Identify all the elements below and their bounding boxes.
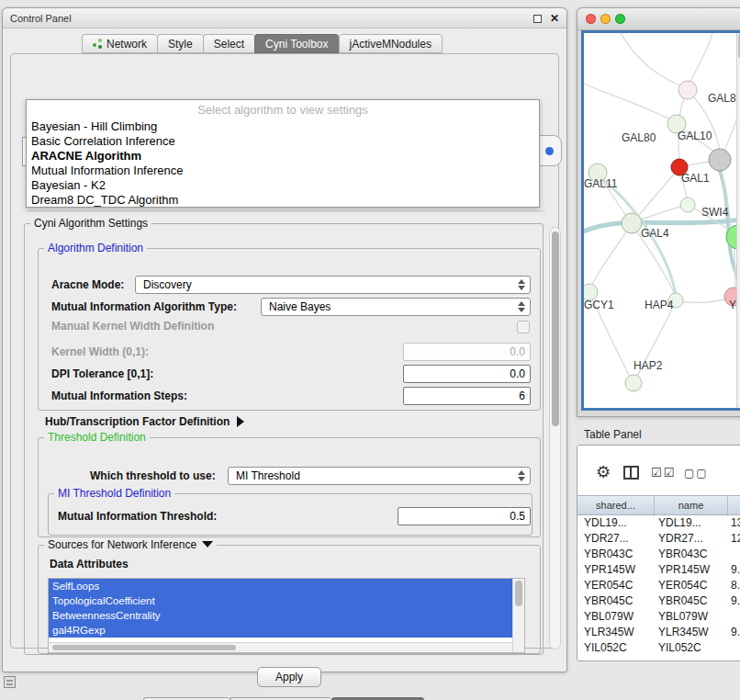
node-label-hap2: HAP2 xyxy=(633,359,663,372)
network-edge[interactable] xyxy=(584,84,676,122)
column-header-shared-name[interactable]: shared... xyxy=(577,496,655,516)
table-row[interactable]: YDL19...YDL19...13 xyxy=(577,515,740,531)
hub-definition-label: Hub/Transcription Factor Definition xyxy=(45,415,230,428)
minimized-panel-icon[interactable] xyxy=(4,676,16,688)
tab-select[interactable]: Select xyxy=(203,34,254,53)
mi-type-label: Mutual Information Algorithm Type: xyxy=(51,298,237,316)
attribute-item-betweennesscentrality[interactable]: BetweennessCentrality xyxy=(49,608,512,623)
info-dot-icon xyxy=(545,147,554,155)
algorithm-option-dream8-dc-tdc-algorithm[interactable]: Dream8 DC_TDC Algorithm xyxy=(27,193,539,208)
network-edge[interactable] xyxy=(635,167,679,220)
column-header-extra[interactable] xyxy=(728,496,740,516)
combo-arrows-icon xyxy=(518,470,525,481)
kernel-width-label: Kernel Width (0,1): xyxy=(51,343,149,361)
kernel-width-field[interactable] xyxy=(403,343,531,361)
tab-jactivemnodules[interactable]: jActiveMNodules xyxy=(339,34,443,53)
network-vertical-scrollbar[interactable] xyxy=(736,33,740,408)
float-window-icon[interactable] xyxy=(533,15,542,23)
minimize-traffic-light-icon[interactable] xyxy=(600,14,611,24)
table-row[interactable]: YIL052CYIL052C xyxy=(577,640,740,656)
attribute-item-topologicalcoefficient[interactable]: TopologicalCoefficient xyxy=(49,593,512,608)
network-edge[interactable] xyxy=(589,223,632,290)
cyni-toolbox-pane: Select algorithm to view settings Bayesi… xyxy=(10,53,559,649)
manual-kernel-checkbox[interactable] xyxy=(517,321,530,333)
tab-network[interactable]: Network xyxy=(82,34,157,53)
node-label-y: Y xyxy=(729,299,736,311)
algorithm-option-basic-correlation-inference[interactable]: Basic Correlation Inference xyxy=(27,134,539,149)
table-cell: YBL079W xyxy=(577,609,655,625)
algorithm-option-bayesian-k2[interactable]: Bayesian - K2 xyxy=(27,178,539,193)
algorithm-definition-title: Algorithm Definition xyxy=(44,242,147,254)
network-node[interactable] xyxy=(680,198,695,212)
table-row[interactable]: YPR145WYPR145W9. xyxy=(577,562,740,578)
table-row[interactable]: YBL079WYBL079W xyxy=(577,609,740,625)
sources-group-title[interactable]: Sources for Network Inference xyxy=(44,538,217,551)
network-edge[interactable] xyxy=(689,33,712,86)
network-canvas[interactable]: GAL8GAL80GAL10GAL11GAL1SWI4GAL4GCY1HAP4Y… xyxy=(581,30,740,411)
control-panel-titlebar[interactable]: Control Panel ✕ xyxy=(3,8,566,28)
attribute-item-selfloops[interactable]: SelfLoops xyxy=(49,579,512,593)
table-cell: YDR27... xyxy=(577,531,655,547)
table-row[interactable]: YER054CYER054C8. xyxy=(577,578,740,593)
data-attributes-list[interactable]: SelfLoopsTopologicalCoefficientBetweenne… xyxy=(48,578,525,653)
table-cell xyxy=(728,640,740,656)
tab-style[interactable]: Style xyxy=(157,34,203,53)
mi-threshold-field[interactable] xyxy=(398,507,531,525)
table-row[interactable]: YDR27...YDR27...12 xyxy=(577,531,740,547)
close-traffic-light-icon[interactable] xyxy=(586,14,596,24)
dpi-tolerance-field[interactable] xyxy=(403,365,531,383)
table-panel-window: ⚙ ☑☑ ▢▢ shared... name YDL19...YDL19...1… xyxy=(577,445,740,661)
mi-type-combobox[interactable]: Naive Bayes xyxy=(261,298,531,316)
algorithm-option-aracne-algorithm[interactable]: ARACNE Algorithm xyxy=(27,149,539,164)
network-edge[interactable] xyxy=(621,33,687,88)
column-selector-icon[interactable] xyxy=(623,466,639,480)
table-cell: YLR345W xyxy=(655,625,728,640)
which-threshold-combobox[interactable]: MI Threshold xyxy=(228,467,531,485)
mi-steps-field[interactable] xyxy=(403,387,531,405)
table-cell: YER054C xyxy=(655,578,728,593)
algorithm-option-mutual-information-inference[interactable]: Mutual Information Inference xyxy=(27,164,539,178)
tab-cyni-toolbox[interactable]: Cyni Toolbox xyxy=(254,34,338,53)
table-cell: YBL079W xyxy=(655,609,728,625)
column-header-name[interactable]: name xyxy=(655,496,728,516)
table-cell: 13 xyxy=(728,515,740,531)
collapse-down-icon xyxy=(202,541,213,548)
table-cell: YPR145W xyxy=(577,562,655,578)
attribute-list-horizontal-scrollbar[interactable] xyxy=(49,642,512,652)
control-panel-window: Control Panel ✕ NetworkStyleSelectCyni T… xyxy=(2,7,567,672)
attribute-item-gal4rgexp[interactable]: gal4RGexp xyxy=(49,623,512,638)
network-node[interactable] xyxy=(709,149,731,171)
table-row[interactable]: YBR045CYBR045C9. xyxy=(577,593,740,609)
zoom-traffic-light-icon[interactable] xyxy=(615,14,625,24)
algorithm-option-bayesian-hill-climbing[interactable]: Bayesian - Hill Climbing xyxy=(27,119,539,134)
table-cell: YIL052C xyxy=(577,640,655,656)
table-cell: YBR043C xyxy=(577,547,655,562)
combo-arrows-icon xyxy=(518,301,525,312)
hub-definition-expander[interactable]: Hub/Transcription Factor Definition xyxy=(45,415,244,428)
close-icon[interactable]: ✕ xyxy=(550,13,559,24)
expand-right-icon xyxy=(237,416,244,427)
which-threshold-value: MI Threshold xyxy=(236,469,300,482)
aracne-mode-combobox[interactable]: Discovery xyxy=(135,276,531,294)
select-all-icon[interactable]: ☑☑ xyxy=(651,466,676,480)
apply-button[interactable]: Apply xyxy=(257,667,321,687)
network-tab-icon xyxy=(93,39,103,49)
network-window-titlebar[interactable] xyxy=(577,8,740,30)
which-threshold-label: Which threshold to use: xyxy=(90,467,216,485)
table-row[interactable]: YLR345WYLR345W9. xyxy=(577,625,740,640)
table-row[interactable]: YBR043CYBR043C xyxy=(577,547,740,562)
settings-vertical-scrollbar[interactable] xyxy=(549,227,561,649)
deselect-all-icon[interactable]: ▢▢ xyxy=(684,467,709,480)
attribute-list-vertical-scrollbar[interactable] xyxy=(512,579,524,652)
table-cell: YDL19... xyxy=(577,515,655,531)
gear-icon[interactable]: ⚙ xyxy=(596,464,611,480)
table-cell xyxy=(728,547,740,562)
network-node[interactable] xyxy=(622,213,642,233)
combo-arrows-icon xyxy=(518,279,525,290)
network-node[interactable] xyxy=(678,81,697,99)
node-label-gal1: GAL1 xyxy=(681,172,710,185)
data-attributes-label: Data Attributes xyxy=(50,555,129,573)
node-label-gal80: GAL80 xyxy=(622,131,656,144)
table-cell: YBR043C xyxy=(655,547,728,562)
network-node[interactable] xyxy=(625,375,642,391)
